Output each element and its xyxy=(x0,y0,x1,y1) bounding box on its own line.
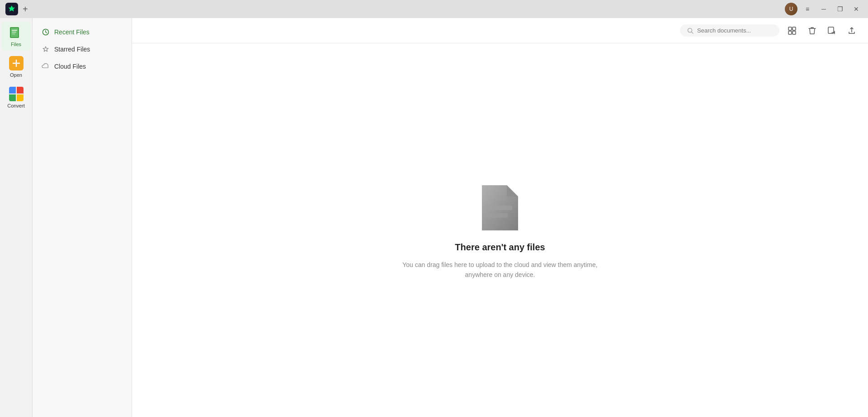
svg-marker-9 xyxy=(43,47,48,52)
nav-item-starred[interactable]: Starred Files xyxy=(33,41,132,58)
main-content: There aren't any files You can drag file… xyxy=(132,18,868,417)
search-box[interactable] xyxy=(680,24,779,37)
open-icon xyxy=(9,56,24,70)
svg-rect-15 xyxy=(793,31,796,34)
nav-recent-label: Recent Files xyxy=(54,28,90,36)
svg-rect-3 xyxy=(12,30,17,31)
recent-icon xyxy=(42,28,50,36)
title-bar-controls: U ≡ ─ ❐ ✕ xyxy=(785,3,863,15)
sidebar-item-files[interactable]: Files xyxy=(2,22,31,51)
svg-rect-4 xyxy=(12,32,16,33)
star-icon xyxy=(42,45,50,53)
empty-state: There aren't any files You can drag file… xyxy=(132,43,868,417)
empty-state-description: You can drag files here to upload to the… xyxy=(402,260,597,280)
files-label: Files xyxy=(11,42,21,47)
svg-rect-20 xyxy=(487,213,508,218)
svg-rect-12 xyxy=(788,27,792,30)
open-label: Open xyxy=(10,72,22,78)
add-tab-button[interactable]: + xyxy=(23,4,28,14)
grid-view-button[interactable] xyxy=(785,23,799,38)
files-icon xyxy=(9,25,24,40)
search-icon xyxy=(687,28,693,34)
sidebar-item-open[interactable]: Open xyxy=(2,52,31,81)
user-avatar[interactable]: U xyxy=(785,3,797,15)
title-bar: + U ≡ ─ ❐ ✕ xyxy=(0,0,868,18)
app-logo xyxy=(5,3,18,15)
svg-rect-13 xyxy=(793,27,796,30)
nav-cloud-label: Cloud Files xyxy=(54,63,86,70)
trash-button[interactable] xyxy=(805,23,819,38)
title-bar-left: + xyxy=(5,3,28,15)
icon-rail: Files Open Convert xyxy=(0,18,33,417)
add-file-button[interactable] xyxy=(825,23,839,38)
upload-button[interactable] xyxy=(844,23,859,38)
cloud-icon xyxy=(42,62,50,70)
search-input[interactable] xyxy=(697,27,769,34)
empty-file-icon xyxy=(477,181,523,235)
nav-item-cloud[interactable]: Cloud Files xyxy=(33,58,132,75)
empty-state-title: There aren't any files xyxy=(455,242,545,253)
toolbar xyxy=(132,18,868,43)
convert-icon xyxy=(9,87,24,101)
convert-label: Convert xyxy=(7,103,25,108)
svg-rect-19 xyxy=(487,206,512,210)
svg-rect-14 xyxy=(788,31,792,34)
sidebar-item-convert[interactable]: Convert xyxy=(2,83,31,112)
close-button[interactable]: ✕ xyxy=(850,3,863,15)
nav-sidebar: Recent Files Starred Files Cloud Files xyxy=(33,18,132,417)
nav-starred-label: Starred Files xyxy=(54,46,90,53)
maximize-button[interactable]: ❐ xyxy=(834,3,846,15)
svg-line-11 xyxy=(692,32,693,33)
nav-item-recent[interactable]: Recent Files xyxy=(33,23,132,41)
app-body: Files Open Convert xyxy=(0,18,868,417)
svg-rect-5 xyxy=(12,33,15,34)
minimize-button[interactable]: ─ xyxy=(817,3,830,15)
menu-button[interactable]: ≡ xyxy=(801,3,814,15)
